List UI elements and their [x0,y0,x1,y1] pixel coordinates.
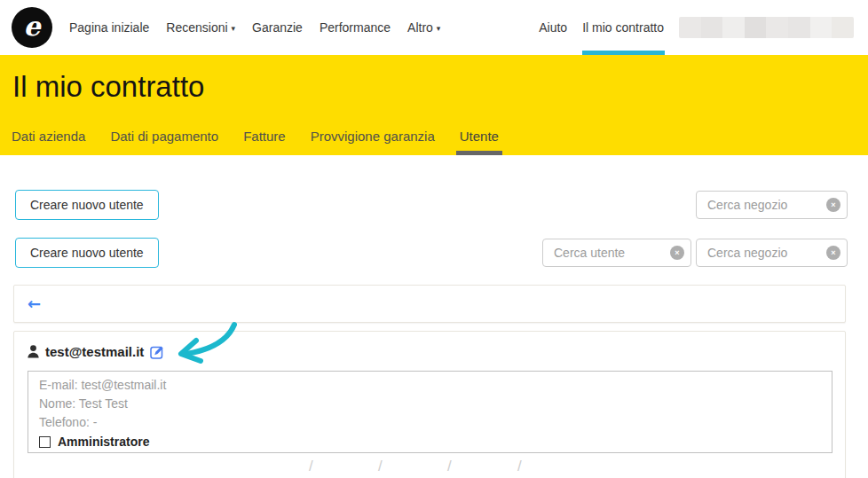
nav-label: Pagina iniziale [69,20,149,35]
back-arrow-icon[interactable]: ← [28,294,41,315]
chevron-down-icon: ▾ [437,24,441,33]
chevron-down-icon: ▾ [232,24,236,33]
ekomi-logo[interactable]: e [12,7,52,48]
clear-icon[interactable]: × [826,198,840,212]
secondary-nav: Aiuto Il mio contratto [539,0,854,55]
tab-dati-azienda[interactable]: Dati azienda [11,125,86,152]
nav-label: Garanzie [252,20,303,35]
nav-label: Il mio contratto [582,20,664,35]
page-title: Il mio contratto [12,70,204,104]
page: e Pagina iniziale Recensioni▾ Garanzie P… [0,0,868,478]
tab-dati-di-pagamento[interactable]: Dati di pagamento [109,125,219,152]
clear-icon[interactable]: × [826,246,840,260]
create-user-button[interactable]: Creare nuovo utente [15,190,159,220]
nav-item-recensioni[interactable]: Recensioni▾ [166,20,235,35]
admin-label: Amministratore [58,435,149,449]
search-shop-input[interactable] [696,239,848,267]
user-icon [28,345,39,358]
nav-item-performance[interactable]: Performance [320,20,391,35]
detail-name: Nome: Test Test [39,395,821,413]
create-user-button[interactable]: Creare nuovo utente [15,238,159,268]
logo-letter: e [23,13,40,40]
divider-slash: / [309,458,313,475]
detail-phone: Telefono: - [39,413,821,432]
search-shop-input[interactable] [696,191,848,219]
nav-item-pagina-iniziale[interactable]: Pagina iniziale [69,20,149,35]
nav-label: Recensioni [166,20,227,35]
user-panel: test@testmail.it E-mail: test@testmail.i… [13,331,846,478]
search-user-input[interactable] [542,239,691,267]
back-panel: ← [13,285,846,323]
tab-fatture[interactable]: Fatture [242,125,287,152]
top-header: e Pagina iniziale Recensioni▾ Garanzie P… [0,0,868,55]
admin-checkbox[interactable] [39,436,51,448]
detail-email: E-mail: test@testmail.it [39,376,821,395]
user-email: test@testmail.it [45,344,144,359]
admin-row: Amministratore [39,435,821,449]
nav-item-altro[interactable]: Altro▾ [407,20,440,35]
tab-utente[interactable]: Utente [459,125,500,152]
account-info-redacted[interactable] [679,17,854,38]
page-header-band: Il mio contratto Dati azienda Dati di pa… [0,55,868,155]
nav-item-il-mio-contratto[interactable]: Il mio contratto [582,0,664,55]
divider-slash: / [447,458,452,475]
search-shop-field: × [696,239,848,267]
user-details-box: E-mail: test@testmail.it Nome: Test Test… [28,371,832,453]
main-nav: Pagina iniziale Recensioni▾ Garanzie Per… [69,0,440,55]
search-user-field: × [542,239,691,267]
user-heading: test@testmail.it [28,344,165,359]
nav-item-garanzie[interactable]: Garanzie [252,20,303,35]
search-shop-field: × [696,191,848,219]
clear-icon[interactable]: × [670,246,684,260]
nav-label: Altro [407,20,433,35]
divider-slash: / [517,458,522,475]
edit-user-icon[interactable] [150,344,165,359]
nav-label: Performance [320,20,391,35]
divider-slash: / [378,458,383,475]
contract-tabs: Dati azienda Dati di pagamento Fatture P… [11,125,500,152]
nav-item-aiuto[interactable]: Aiuto [539,20,567,35]
tab-provvigione-garanzia[interactable]: Provvigione garanzia [310,125,436,152]
